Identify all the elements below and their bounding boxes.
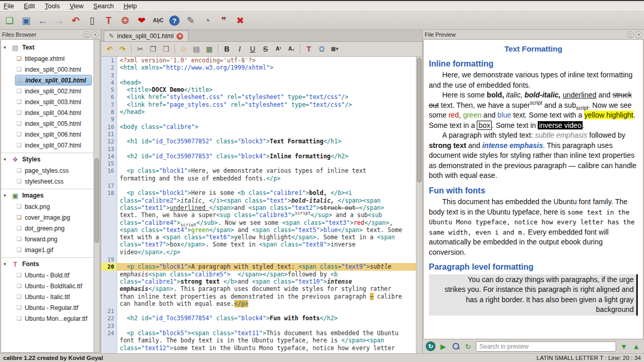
code-line[interactable]: <span class="text4">green</span> and <sp… <box>101 226 416 234</box>
file-item[interactable]: ❏Ubuntu - Italic.ttf <box>1 291 93 302</box>
italic-button[interactable]: I <box>234 43 246 55</box>
beautify-button[interactable]: ✎ <box>184 14 198 28</box>
smarten-punctuation-button[interactable]: ❞ <box>217 14 231 28</box>
menu-search[interactable]: Search <box>93 3 114 10</box>
code-line[interactable]: 16 <p class="block1">Here, we demonstrat… <box>101 167 416 174</box>
code-line[interactable]: 15 <box>101 160 416 167</box>
code-line[interactable]: 5 <title>DOCX Demo</title> <box>101 86 416 93</box>
file-item[interactable]: ❏Ubuntu Mon...egular.ttf <box>1 313 93 324</box>
code-line[interactable]: 3 <box>101 72 416 79</box>
file-item[interactable]: ❏Ubuntu - Regular.ttf <box>1 302 93 313</box>
remove-unused-button[interactable]: ✖ <box>233 14 247 28</box>
edit-toc-button[interactable]: T <box>102 14 116 28</box>
redo-button[interactable]: ↷ <box>117 43 128 55</box>
code-line[interactable]: emphasis</span>. This paragraph uses doc… <box>101 285 416 292</box>
code-line[interactable]: 24 <p class="block5"><span class="text11… <box>101 330 416 337</box>
undo-button[interactable]: ↶ <box>104 43 116 55</box>
view-list-button[interactable]: ▤ <box>190 43 202 55</box>
arrange-button[interactable]: ◔ <box>200 14 214 28</box>
code-line[interactable]: 12 <h1 id="id_Toc359077852" class="block… <box>101 138 416 145</box>
prev-match-button[interactable]: ▲ <box>632 341 641 352</box>
code-line[interactable]: class="calibre1">strong text </b>and <sp… <box>101 278 416 285</box>
menu-view[interactable]: View <box>70 3 84 10</box>
code-line[interactable]: 4<head> <box>101 79 416 86</box>
insert-table-button[interactable]: ▦▾ <box>329 43 341 55</box>
menu-edit[interactable]: Edit <box>24 3 35 10</box>
section-header-fonts[interactable]: ▾TFonts <box>1 258 93 270</box>
collapse-arrow-icon[interactable]: ▾ <box>4 157 8 162</box>
strikethrough-button[interactable]: S <box>260 43 271 55</box>
code-line[interactable]: can handle both with equal ease.</p> <box>101 300 416 307</box>
find-in-preview-button[interactable] <box>451 341 460 352</box>
file-item[interactable]: ❏index_split_003.html <box>1 96 93 107</box>
file-item[interactable]: ❏Ubuntu - Bold.ttf <box>1 270 93 281</box>
code-line[interactable]: 2<html xmlns="http://www.w3.org/1999/xht… <box>101 64 416 71</box>
file-item[interactable]: ❏forward.png <box>1 234 93 244</box>
live-preview-button[interactable]: ↻ <box>426 341 436 351</box>
file-item[interactable]: ❏index_split_005.html <box>1 118 93 129</box>
section-header-styles[interactable]: ▾❖Styles <box>1 153 93 165</box>
refresh-preview-button[interactable]: ↻ <box>463 341 473 352</box>
preview-search-input[interactable] <box>476 341 616 352</box>
code-line[interactable]: video</span>.</p> <box>101 249 416 256</box>
code-line[interactable]: 18 <p class="block1">Here is some <b cla… <box>101 189 416 196</box>
code-line[interactable]: 11 <box>101 130 416 138</box>
file-item[interactable]: ❏index_split_002.html <box>1 86 93 96</box>
code-line[interactable]: 13 <box>101 145 416 153</box>
file-item[interactable]: ❏index_split_007.html <box>1 140 93 151</box>
forward-button[interactable]: → <box>52 14 66 28</box>
code-line[interactable]: class="calibre4">script</sub>. Now we se… <box>101 219 416 226</box>
file-item[interactable]: ❏index_split_006.html <box>1 129 93 140</box>
code-line[interactable]: 10<body class="calibre"> <box>101 123 416 130</box>
special-character-button[interactable]: Ω <box>316 43 328 55</box>
file-item[interactable]: ❏image1.gif <box>1 244 93 255</box>
code-line[interactable]: 17 <box>101 182 416 189</box>
tab-close-icon[interactable]: ✕ <box>176 33 183 40</box>
undo-revert-button[interactable]: ↶ <box>69 14 83 28</box>
section-header-images[interactable]: ▾▣Images <box>1 189 93 201</box>
back-button[interactable]: ← <box>36 14 50 28</box>
code-line[interactable]: class="text12">some text in the Ubuntu M… <box>101 344 416 352</box>
underline-button[interactable]: U <box>247 43 259 55</box>
next-match-button[interactable]: ▼ <box>619 341 629 352</box>
menu-tools[interactable]: Tools <box>45 3 60 10</box>
code-line[interactable]: font family. The body text is in the Ubu… <box>101 337 416 344</box>
code-line[interactable]: 23 <box>101 322 416 330</box>
code-line[interactable]: 22 <h2 id="id_Toc359077854" class="block… <box>101 315 416 322</box>
close-panel-icon[interactable]: ✕ <box>92 31 99 38</box>
code-line[interactable]: 8</head> <box>101 108 416 116</box>
file-item[interactable]: ❏titlepage.xhtml <box>1 53 93 64</box>
code-line[interactable]: 7 <link href="page_styles.css" rel="styl… <box>101 101 416 108</box>
undock-preview-icon[interactable]: ◻ <box>627 31 634 38</box>
cut-button[interactable]: ✂ <box>134 43 146 55</box>
code-line[interactable]: 1<?xml version='1.0' encoding='utf-8'?> <box>101 57 416 64</box>
menu-file[interactable]: File <box>4 3 14 10</box>
save-button[interactable]: ▣ <box>19 14 33 28</box>
editor-scrollbar-thumb[interactable] <box>417 58 422 183</box>
files-scrollbar[interactable] <box>93 40 100 352</box>
code-line[interactable]: 6 <link href="stylesheet.css" rel="style… <box>101 93 416 101</box>
bold-button[interactable]: B <box>221 43 233 55</box>
code-line[interactable]: 9 <box>101 116 416 123</box>
subscript-button[interactable]: A₁ <box>285 43 297 55</box>
code-line[interactable]: text with a <span class="text6">yellow h… <box>101 234 416 241</box>
file-item[interactable]: ❏index_split_004.html <box>1 107 93 118</box>
code-line[interactable]: formatting and the use of embedded fonts… <box>101 175 416 182</box>
file-item[interactable]: ❏Ubuntu - BoldItalic.ttf <box>1 281 93 291</box>
paste-button[interactable]: ❒ <box>160 43 172 55</box>
undock-panel-icon[interactable]: ◻ <box>84 31 90 38</box>
code-line[interactable]: class="calibre2">italic, </i><span class… <box>101 197 416 204</box>
file-item[interactable]: ❏cover_image.jpg <box>1 212 93 223</box>
code-editor[interactable]: 1<?xml version='1.0' encoding='utf-8'?>2… <box>101 57 416 353</box>
file-item[interactable]: ❏index_split_001.html <box>15 75 92 86</box>
run-preview-button[interactable]: ▶ <box>439 341 448 352</box>
menu-help[interactable]: Help <box>123 3 137 10</box>
close-preview-icon[interactable]: ✕ <box>635 31 642 38</box>
superscript-button[interactable]: A¹ <box>272 43 284 55</box>
new-file-button[interactable]: ❏ <box>3 14 17 28</box>
check-book-button[interactable]: ❂ <box>118 14 132 28</box>
collapse-arrow-icon[interactable]: ▾ <box>4 45 8 50</box>
help-button[interactable]: ? <box>169 15 180 26</box>
insert-smiley-button[interactable]: ☺ <box>178 43 189 55</box>
code-line[interactable]: class="text1">underlined </span>and <spa… <box>101 204 416 211</box>
